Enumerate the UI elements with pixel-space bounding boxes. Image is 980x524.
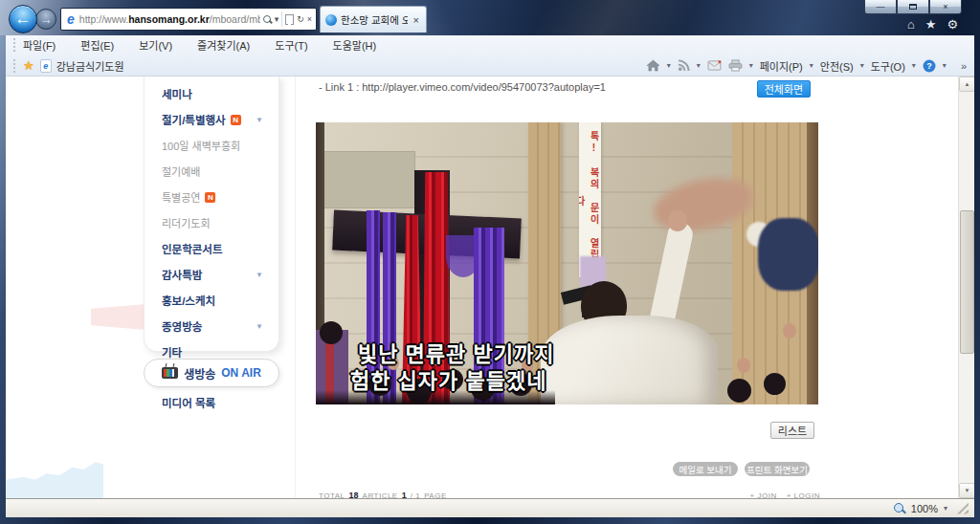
sidebar-item-100day-revival[interactable]: 100일 새벽부흥회 bbox=[162, 138, 278, 153]
list-button[interactable]: 리스트 bbox=[770, 422, 814, 439]
tools-gear-icon[interactable]: ⚙ bbox=[947, 17, 959, 32]
page-dropdown-icon[interactable]: ▾ bbox=[810, 61, 813, 70]
page-scrollbar[interactable]: ▲ ▼ bbox=[958, 76, 974, 498]
zoom-level[interactable]: 100% bbox=[911, 503, 938, 514]
video-wall-panel bbox=[323, 151, 415, 208]
safety-dropdown-icon[interactable]: ▾ bbox=[860, 61, 864, 70]
sidebar-item-seasonal-events[interactable]: 절기/특별행사N▼ bbox=[162, 112, 278, 127]
help-dropdown-icon[interactable]: ▾ bbox=[943, 61, 947, 70]
menu-file[interactable]: 파일(F) bbox=[23, 37, 56, 53]
scroll-up-button[interactable]: ▲ bbox=[959, 76, 974, 92]
refresh-icon[interactable]: ↻ bbox=[297, 14, 304, 24]
sidebar-item-leader-prayer[interactable]: 리더기도회 bbox=[162, 215, 278, 230]
scroll-down-icon: ▼ bbox=[965, 488, 970, 493]
search-icon[interactable] bbox=[263, 15, 272, 24]
menubar-grip[interactable] bbox=[13, 38, 16, 52]
command-buttons: ▾ ▾ ▾ 페이지(P) ▾ 안전(S) ▾ 도구(O) ▾ ? ▾ » bbox=[646, 58, 974, 74]
join-link[interactable]: + JOIN bbox=[750, 491, 777, 498]
home-page-button[interactable] bbox=[646, 59, 660, 72]
menu-favorites[interactable]: 즐겨찾기(A) bbox=[197, 37, 250, 53]
sidebar-item-etc[interactable]: 기타 bbox=[162, 344, 278, 360]
expand-arrow-icon[interactable]: ▼ bbox=[256, 322, 263, 331]
congregation-head bbox=[764, 373, 786, 395]
sidebar-item-humanities-concert[interactable]: 인문학콘서트 bbox=[162, 241, 278, 256]
fullscreen-button[interactable]: 전체화면 bbox=[757, 80, 811, 98]
quick-icons: ⌂ ★ ⚙ bbox=[907, 17, 958, 32]
raised-hand bbox=[783, 323, 796, 338]
congregation-head bbox=[320, 321, 343, 344]
sidebar-item-ended-broadcast[interactable]: 종영방송▼ bbox=[162, 318, 278, 334]
svg-text:?: ? bbox=[926, 61, 932, 71]
sidebar-item-thanksgiving-night[interactable]: 감사특밤▼ bbox=[162, 267, 278, 282]
rss-dropdown-icon[interactable]: ▾ bbox=[697, 61, 701, 70]
robed-person bbox=[541, 316, 718, 404]
tools-menu-button[interactable]: 도구(O) bbox=[871, 58, 905, 74]
sidebar-item-media-list[interactable]: 미디어 목록 bbox=[162, 395, 278, 410]
favorites-icon[interactable]: ★ bbox=[925, 17, 937, 32]
page-content: 세미나 절기/특별행사N▼ 100일 새벽부흥회 절기예배 특별공연N 리더기도… bbox=[6, 76, 974, 498]
add-favorite-star-icon[interactable]: ★ bbox=[23, 58, 34, 73]
decorative-pink-shape bbox=[91, 304, 146, 330]
address-bar[interactable]: e http://www.hansomang.or.kr/mboard/mboa… bbox=[60, 8, 317, 31]
login-link[interactable]: + LOGIN bbox=[787, 491, 820, 498]
video-link-text[interactable]: - Link 1 : http://player.vimeo.com/video… bbox=[319, 81, 606, 93]
live-broadcast-button[interactable]: 생방송 ON AIR bbox=[144, 359, 279, 387]
tab-close-icon[interactable]: × bbox=[412, 14, 421, 26]
back-button[interactable]: ← bbox=[9, 5, 37, 33]
address-dropdown-icon[interactable]: ▾ bbox=[275, 14, 279, 24]
congregation-head bbox=[727, 379, 751, 403]
sidebar-item-seasonal-worship[interactable]: 절기예배 bbox=[162, 164, 278, 179]
url-text[interactable]: http://www.hansomang.or.kr/mboard/mboarc bbox=[79, 13, 260, 25]
mail-button[interactable] bbox=[707, 60, 722, 71]
scrollbar-thumb[interactable] bbox=[960, 210, 974, 354]
compatibility-view-icon[interactable] bbox=[285, 14, 294, 25]
zoom-dropdown-icon[interactable]: ▾ bbox=[944, 504, 947, 513]
browser-tab[interactable]: 한소망 교회에 오신 여러분... × bbox=[320, 6, 427, 33]
overflow-chevron-icon[interactable]: » bbox=[953, 60, 970, 72]
new-badge: N bbox=[231, 115, 241, 125]
commandbar-grip[interactable] bbox=[13, 59, 16, 73]
expand-arrow-icon[interactable]: ▼ bbox=[256, 116, 263, 124]
url-path: /mboard/mboarc bbox=[210, 13, 260, 25]
tab-favicon bbox=[325, 14, 337, 26]
menu-view[interactable]: 보기(V) bbox=[139, 37, 172, 53]
tools-dropdown-icon[interactable]: ▾ bbox=[912, 61, 916, 70]
sidebar-item-seminar[interactable]: 세미나 bbox=[162, 86, 278, 101]
resize-grip[interactable] bbox=[957, 503, 969, 514]
page-menu-button[interactable]: 페이지(P) bbox=[760, 58, 803, 74]
stop-icon[interactable]: × bbox=[307, 14, 312, 24]
board-stats: TOTAL 18 ARTICLE 1 / 1 PAGE + JOIN + LOG… bbox=[319, 491, 820, 498]
video-player[interactable]: 톡! 복의 문이 열립니다 bbox=[316, 122, 818, 404]
send-mail-button[interactable]: 메일로 보내기 bbox=[673, 462, 738, 476]
help-button[interactable]: ? bbox=[923, 59, 936, 73]
expand-arrow-icon[interactable]: ▼ bbox=[256, 271, 263, 279]
maximize-button[interactable] bbox=[897, 0, 929, 14]
forward-button[interactable]: → bbox=[35, 9, 56, 30]
url-domain: hansomang.or.kr bbox=[128, 13, 210, 25]
zoom-magnifier-icon[interactable] bbox=[894, 503, 905, 514]
scroll-up-icon: ▲ bbox=[965, 81, 970, 87]
safety-menu-button[interactable]: 안전(S) bbox=[820, 58, 854, 74]
scroll-down-button[interactable]: ▼ bbox=[959, 483, 974, 498]
tab-title: 한소망 교회에 오신 여러분... bbox=[341, 12, 408, 27]
print-dropdown-icon[interactable]: ▾ bbox=[749, 61, 753, 70]
print-preview-button[interactable]: 프린트 화면보기 bbox=[745, 462, 810, 476]
robed-person-hand bbox=[668, 210, 687, 231]
browser-window: ← → e http://www.hansomang.or.kr/mboard/… bbox=[0, 0, 980, 524]
maximize-icon bbox=[909, 4, 917, 10]
menu-tools[interactable]: 도구(T) bbox=[275, 37, 307, 53]
vertical-banner: 톡! 복의 문이 열립니다 bbox=[579, 122, 601, 277]
close-button[interactable]: × bbox=[929, 0, 962, 14]
minimize-button[interactable]: — bbox=[864, 0, 897, 14]
back-icon: ← bbox=[15, 10, 32, 29]
menu-edit[interactable]: 편집(E) bbox=[80, 37, 114, 53]
menu-help[interactable]: 도움말(H) bbox=[333, 37, 377, 53]
sidebar-item-promo-sketch[interactable]: 홍보/스케치 bbox=[162, 293, 278, 308]
favorite-link[interactable]: 강남금식기도원 bbox=[56, 58, 124, 74]
home-dropdown-icon[interactable]: ▾ bbox=[667, 61, 671, 70]
print-button[interactable] bbox=[728, 59, 743, 72]
subtitle-line2: 험한 십자가 붙들겠네 bbox=[350, 363, 546, 394]
home-icon[interactable]: ⌂ bbox=[907, 17, 915, 32]
sidebar-item-special-performance[interactable]: 특별공연N bbox=[162, 189, 278, 205]
rss-feed-button[interactable] bbox=[678, 59, 690, 72]
